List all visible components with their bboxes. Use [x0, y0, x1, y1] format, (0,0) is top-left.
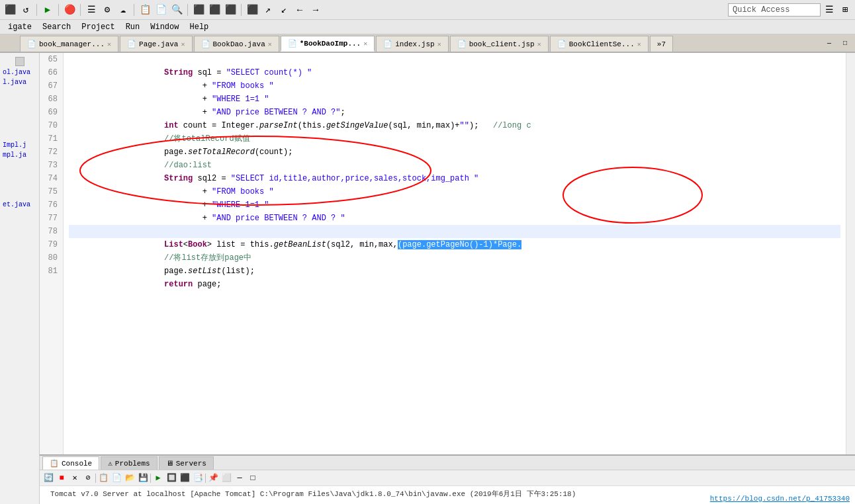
console-stop-icon[interactable]: ■	[56, 472, 68, 484]
toolbar-icon-11[interactable]: ⬛	[207, 3, 222, 17]
tab-bookdao-java[interactable]: 📄 BookDao.java ✕	[194, 36, 279, 52]
tab-close-book-client[interactable]: ✕	[537, 40, 541, 48]
console-terminate-icon[interactable]: ✕	[69, 472, 81, 484]
console-maximize-icon[interactable]: □	[247, 472, 259, 484]
hscroll-left-icon[interactable]: ◀	[40, 452, 54, 455]
editor-maximize-icon[interactable]: □	[838, 36, 852, 50]
code-line-74: + "FROM books "	[69, 172, 840, 185]
tab-bookclientse[interactable]: 📄 BookClientSe... ✕	[550, 36, 649, 52]
toolbar-icon-18[interactable]: ☰	[822, 3, 836, 17]
toolbar-icon-7[interactable]: 📋	[138, 3, 152, 17]
tab-book-manager[interactable]: 📄 book_manager... ✕	[20, 36, 118, 52]
bottom-link[interactable]: https://blog.csdn.net/p_41753340	[710, 495, 850, 503]
code-line-76: + "AND price BETWEEN ? AND ? "	[69, 198, 840, 212]
console-icon-4[interactable]: 💾	[137, 472, 149, 484]
code-line-68: + "AND price BETWEEN ? AND ?";	[69, 93, 840, 106]
console-paste-icon[interactable]: 📄	[111, 472, 122, 484]
menu-search[interactable]: Search	[37, 21, 76, 33]
code-line-79: //将list存放到page中	[69, 238, 840, 251]
code-editor[interactable]: 65 66 67 68 69 70 71 72 73 74 75 76 77 7…	[40, 53, 855, 454]
console-icon-6[interactable]: ⬛	[179, 472, 191, 484]
toolbar-icon-6[interactable]: ☁	[116, 3, 130, 17]
console-minimize-icon[interactable]: —	[234, 472, 246, 484]
sidebar-file-2[interactable]: l.java	[0, 77, 39, 87]
tab-close-bookclientse[interactable]: ✕	[637, 40, 641, 48]
tab-page-java[interactable]: 📄 Page.java ✕	[120, 36, 192, 52]
code-line-72: //dao:list	[69, 146, 840, 159]
console-icon-3[interactable]: 📂	[124, 472, 136, 484]
toolbar-icon-10[interactable]: ⬛	[191, 3, 206, 17]
bottom-tab-console[interactable]: 📋 Console	[42, 456, 99, 470]
console-icon-7[interactable]: 📑	[192, 472, 204, 484]
tab-close-bookdaoimpl[interactable]: ✕	[363, 40, 367, 48]
tab-more[interactable]: »7	[650, 36, 673, 52]
toolbar-icon-16[interactable]: ←	[292, 3, 307, 17]
menu-project[interactable]: Project	[76, 21, 120, 33]
tab-close-bookdao[interactable]: ✕	[268, 40, 272, 48]
toolbar-icon-15[interactable]: ↙	[277, 3, 291, 17]
console-content-area: Tomcat v7.0 Server at localhost [Apache …	[40, 486, 855, 504]
console-disconnect-icon[interactable]: ⊘	[82, 472, 94, 484]
toolbar-icon-2[interactable]: ↺	[19, 3, 33, 17]
toolbar-icon-9[interactable]: 🔍	[169, 3, 184, 17]
toolbar-icon-1[interactable]: ⬛	[3, 3, 17, 17]
sidebar-file-1[interactable]: ol.java	[0, 67, 39, 77]
console-copy-icon[interactable]: 📋	[97, 472, 109, 484]
tab-close-book-manager[interactable]: ✕	[107, 40, 111, 48]
toolbar-icon-14[interactable]: ↗	[261, 3, 275, 17]
code-line-73: String sql2 = "SELECT id,title,author,pr…	[69, 159, 840, 172]
tab-label-book-manager: book_manager...	[39, 40, 105, 48]
toolbar-icon-5[interactable]: ⚙	[100, 3, 114, 17]
menu-bar: igate Search Project Run Window Help	[0, 20, 855, 34]
vertical-scrollbar[interactable]	[846, 53, 855, 454]
sidebar-file-4[interactable]: mpl.ja	[0, 150, 39, 160]
menu-igate[interactable]: igate	[3, 21, 37, 33]
console-sep	[95, 474, 96, 483]
toolbar-icon-3[interactable]: 🔴	[62, 3, 77, 17]
code-line-75: + "WHERE 1=1 "	[69, 185, 840, 198]
console-icon-8[interactable]: ⬜	[220, 472, 232, 484]
tab-close-index[interactable]: ✕	[437, 40, 441, 48]
code-line-67: + "WHERE 1=1 "	[69, 79, 840, 93]
editor-minimize-icon[interactable]: —	[822, 36, 836, 50]
quick-access-input[interactable]: Quick Access	[728, 3, 821, 17]
tab-bookdaoimpl[interactable]: 📄 *BookDaoImp... ✕	[281, 36, 375, 52]
tab-close-page-java[interactable]: ✕	[181, 40, 185, 48]
tab-index-jsp[interactable]: 📄 index.jsp ✕	[376, 36, 448, 52]
toolbar-sep-4	[134, 4, 134, 16]
sidebar-file-3[interactable]: Impl.j	[0, 140, 39, 150]
toolbar-icon-12[interactable]: ⬛	[223, 3, 238, 17]
menu-window[interactable]: Window	[145, 21, 184, 33]
problems-icon: ⚠	[108, 459, 112, 468]
toolbar-icon-13[interactable]: ⬛	[245, 3, 259, 17]
tab-label-book-client: book_client.jsp	[469, 40, 535, 48]
line-numbers: 65 66 67 68 69 70 71 72 73 74 75 76 77 7…	[40, 53, 64, 454]
toolbar-icon-4[interactable]: ☰	[84, 3, 99, 17]
bottom-tab-problems[interactable]: ⚠ Problems	[101, 456, 157, 470]
code-line-70: //将totalRecord赋值	[69, 119, 840, 132]
console-sep-3	[205, 474, 206, 483]
code-line-80: page.setList(list);	[69, 251, 840, 265]
tab-label-page-java: Page.java	[139, 40, 178, 48]
sidebar-file-5[interactable]: et.java	[0, 200, 39, 210]
toolbar-icon-17[interactable]: →	[308, 3, 323, 17]
console-pin-icon[interactable]: 📌	[207, 472, 219, 484]
console-clear-icon[interactable]: 🔄	[42, 472, 54, 484]
toolbar-sep-3	[80, 4, 81, 16]
console-icon-5[interactable]: 🔲	[165, 472, 177, 484]
editor-wrapper: 65 66 67 68 69 70 71 72 73 74 75 76 77 7…	[40, 53, 855, 504]
toolbar-icon-19[interactable]: ⊞	[838, 3, 852, 17]
console-run-icon[interactable]: ▶	[152, 472, 164, 484]
tab-book-client-jsp[interactable]: 📄 book_client.jsp ✕	[450, 36, 549, 52]
menu-run[interactable]: Run	[120, 21, 146, 33]
sidebar-collapse-icon[interactable]	[15, 57, 24, 66]
toolbar-sep-6	[241, 4, 242, 16]
menu-help[interactable]: Help	[184, 21, 214, 33]
toolbar-run-icon[interactable]: ▶	[40, 3, 55, 17]
toolbar-sep-2	[58, 4, 59, 16]
bottom-tab-bar: 📋 Console ⚠ Problems 🖥 Servers	[40, 456, 855, 470]
toolbar-icon-8[interactable]: 📄	[154, 3, 168, 17]
bottom-tab-servers[interactable]: 🖥 Servers	[159, 456, 214, 470]
main-toolbar: ⬛ ↺ ▶ 🔴 ☰ ⚙ ☁ 📋 📄 🔍 ⬛ ⬛ ⬛ ⬛ ↗ ↙ ← → Quic…	[0, 0, 855, 20]
console-toolbar: 🔄 ■ ✕ ⊘ 📋 📄 📂 💾 ▶ 🔲 ⬛ 📑 📌 ⬜ — □	[40, 470, 855, 486]
